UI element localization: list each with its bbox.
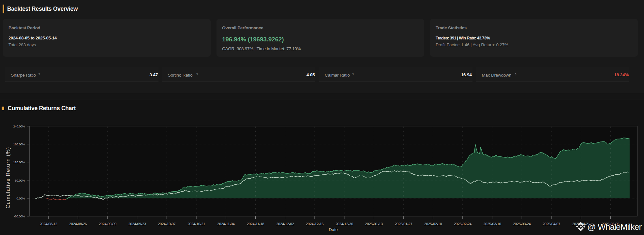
svg-text:Date: Date [329, 227, 337, 232]
svg-text:2024-11-04: 2024-11-04 [217, 222, 235, 226]
svg-text:-60.00%: -60.00% [14, 214, 25, 218]
svg-text:2025-03-24: 2025-03-24 [513, 222, 531, 226]
svg-text:2024-10-07: 2024-10-07 [158, 222, 175, 226]
svg-text:2025-04-07: 2025-04-07 [543, 222, 560, 226]
svg-text:240.00%: 240.00% [13, 125, 25, 128]
svg-text:2024-08-12: 2024-08-12 [39, 222, 57, 226]
svg-text:2025-03-10: 2025-03-10 [483, 222, 501, 226]
svg-text:2024-12-16: 2024-12-16 [306, 222, 323, 226]
svg-text:2024-09-09: 2024-09-09 [99, 222, 116, 226]
svg-text:2025-02-10: 2025-02-10 [424, 222, 442, 226]
svg-text:Cumulative Return (%): Cumulative Return (%) [5, 147, 11, 208]
svg-text:2024-09-23: 2024-09-23 [128, 222, 146, 226]
svg-text:60.00%: 60.00% [15, 179, 25, 182]
svg-text:2025-02-24: 2025-02-24 [454, 222, 472, 226]
svg-text:2024-11-18: 2024-11-18 [247, 222, 264, 226]
svg-text:2025-01-13: 2025-01-13 [365, 222, 382, 226]
svg-text:2024-10-21: 2024-10-21 [187, 222, 205, 226]
svg-text:2025-01-27: 2025-01-27 [395, 222, 412, 226]
svg-text:180.00%: 180.00% [13, 142, 25, 146]
svg-text:2024-12-30: 2024-12-30 [336, 222, 353, 226]
svg-text:120.00%: 120.00% [13, 160, 25, 164]
svg-text:2024-12-02: 2024-12-02 [276, 222, 294, 226]
svg-text:2024-08-26: 2024-08-26 [69, 222, 87, 226]
svg-text:0.00%: 0.00% [17, 197, 25, 200]
